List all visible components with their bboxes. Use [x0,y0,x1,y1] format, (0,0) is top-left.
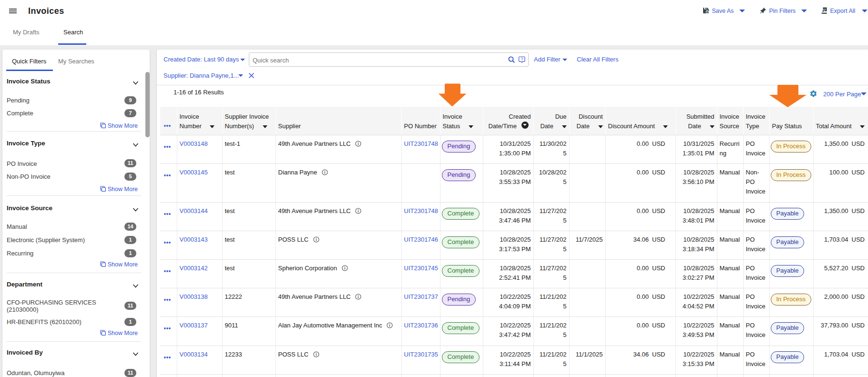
svg-text:?: ? [521,57,523,61]
